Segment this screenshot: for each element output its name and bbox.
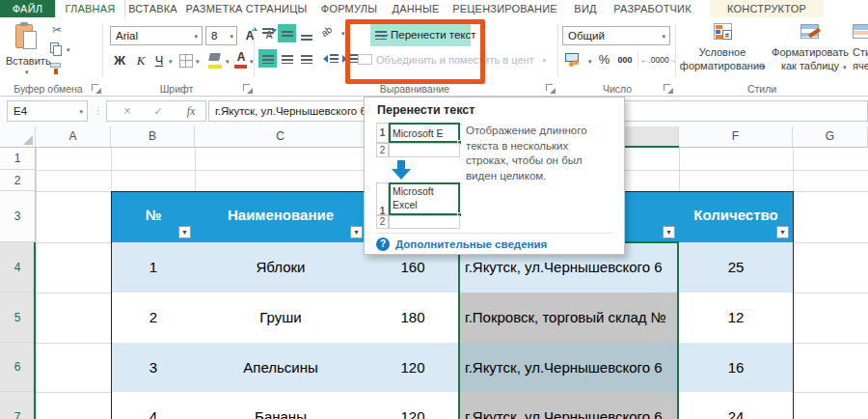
align-bottom-button[interactable] xyxy=(297,24,315,42)
font-color-caret[interactable]: ▾ xyxy=(250,58,254,66)
borders-caret[interactable]: ▾ xyxy=(196,58,200,66)
tab-конструктор[interactable]: КОНСТРУКТОР xyxy=(710,0,824,17)
column-header-B[interactable]: B xyxy=(111,126,195,148)
conditional-formatting-button[interactable]: ≠ Условное форматирование ▾ xyxy=(677,21,768,83)
font-dialog-launcher[interactable] xyxy=(243,84,253,94)
accounting-caret[interactable]: ▾ xyxy=(588,58,592,66)
table-cell[interactable]: Апельсины xyxy=(195,343,367,393)
number-dialog-launcher[interactable] xyxy=(664,84,673,94)
column-header-A[interactable]: A xyxy=(36,126,111,148)
select-all-corner[interactable] xyxy=(0,126,36,148)
row-header-5[interactable]: 5 xyxy=(0,293,36,343)
format-painter-button[interactable] xyxy=(48,61,66,77)
tab-главная[interactable]: ГЛАВНАЯ xyxy=(55,0,125,17)
format-as-table-button[interactable]: Форматировать как таблицу ▾ xyxy=(770,21,851,83)
font-color-button[interactable]: А xyxy=(233,50,249,71)
font-size-caret[interactable]: ▾ xyxy=(230,33,233,41)
comma-style-button[interactable]: 000 xyxy=(614,49,636,70)
orientation-button[interactable]: ab xyxy=(319,24,340,42)
column-header-C[interactable]: C xyxy=(195,126,366,148)
enter-button[interactable]: ✓ xyxy=(148,101,169,121)
table-cell[interactable]: г.Якутск, ул.Чернышевского 6 xyxy=(459,392,680,419)
row-header-7[interactable]: 7 xyxy=(0,392,36,419)
table-cell[interactable]: г.Покровск, торговый склад № xyxy=(459,293,680,344)
number-format-combo[interactable]: Общий ▾ xyxy=(562,26,670,45)
orientation-caret[interactable]: ▾ xyxy=(341,30,345,38)
align-center-button[interactable] xyxy=(278,49,296,68)
table-cell[interactable]: 16 xyxy=(679,343,794,393)
table-cell[interactable]: 24 xyxy=(679,392,794,419)
table-cell[interactable]: Бананы xyxy=(195,392,367,419)
align-middle-button[interactable] xyxy=(278,24,296,42)
learn-more-link[interactable]: Дополнительные сведения xyxy=(395,238,547,250)
cut-button[interactable]: ✂ xyxy=(48,22,66,39)
filter-button[interactable]: ▼ xyxy=(663,226,675,238)
bold-button[interactable]: Ж xyxy=(110,50,129,71)
grow-font-button[interactable]: А xyxy=(241,26,258,45)
merge-center-caret[interactable]: ▾ xyxy=(542,57,546,65)
table-header-cell[interactable]: Наименование xyxy=(195,191,367,243)
table-cell[interactable]: Яблоки xyxy=(195,242,367,293)
filter-button[interactable]: ▼ xyxy=(178,226,191,238)
decrease-indent-button[interactable] xyxy=(322,49,340,68)
increase-decimal-button[interactable]: ←.00 xyxy=(640,49,658,70)
table-cell[interactable]: 120 xyxy=(366,392,460,419)
name-box-caret[interactable]: ▾ xyxy=(79,108,83,116)
filter-button[interactable]: ▼ xyxy=(776,226,789,238)
tab-данные[interactable]: ДАННЫЕ xyxy=(386,0,446,17)
accounting-format-button[interactable] xyxy=(563,49,588,70)
font-name-combo[interactable]: Arial ▾ xyxy=(110,26,203,45)
table-cell[interactable]: 180 xyxy=(366,293,460,344)
italic-button[interactable]: К xyxy=(131,50,150,71)
cancel-button[interactable]: × xyxy=(117,101,138,121)
fill-color-caret[interactable]: ▾ xyxy=(226,58,230,66)
paste-button[interactable]: Вставить ▾ xyxy=(6,20,50,80)
number-format-caret[interactable]: ▾ xyxy=(662,33,665,41)
tab-формулы[interactable]: ФОРМУЛЫ xyxy=(312,0,386,17)
align-left-button[interactable] xyxy=(258,49,277,68)
row-header-3[interactable]: 3 xyxy=(0,191,36,242)
font-name-caret[interactable]: ▾ xyxy=(194,33,198,41)
tab-разметка страницы[interactable]: РАЗМЕТКА СТРАНИЦЫ xyxy=(180,0,312,17)
table-cell[interactable]: г.Якутск, ул.Чернышевского 6 xyxy=(459,343,680,393)
borders-button[interactable] xyxy=(179,54,193,68)
decrease-decimal-button[interactable]: .00→ xyxy=(658,49,675,70)
copy-button[interactable] xyxy=(48,42,66,58)
table-cell[interactable]: 12 xyxy=(679,293,794,344)
align-right-button[interactable] xyxy=(297,49,315,68)
row-header-2[interactable]: 2 xyxy=(0,170,36,191)
column-header-F[interactable]: F xyxy=(679,126,793,148)
column-header-G[interactable]: G xyxy=(793,126,868,148)
table-cell[interactable]: 1 xyxy=(111,242,196,293)
table-cell[interactable]: 3 xyxy=(111,343,196,393)
alignment-dialog-launcher[interactable] xyxy=(546,84,556,94)
clipboard-dialog-launcher[interactable] xyxy=(92,84,101,94)
underline-caret[interactable]: ▾ xyxy=(169,58,173,66)
format-as-table-caret[interactable]: ▾ xyxy=(843,64,847,71)
fill-color-button[interactable] xyxy=(208,52,224,71)
tab-файл[interactable]: ФАЙЛ xyxy=(0,0,55,17)
table-cell[interactable]: 4 xyxy=(111,392,196,419)
percent-style-button[interactable]: % xyxy=(596,49,612,70)
row-header-4[interactable]: 4 xyxy=(0,242,36,293)
table-cell[interactable]: 120 xyxy=(366,343,460,393)
tab-вид[interactable]: ВИД xyxy=(564,0,607,17)
row-header-6[interactable]: 6 xyxy=(0,343,36,392)
filter-button[interactable]: ▼ xyxy=(350,226,363,238)
table-cell[interactable]: 2 xyxy=(111,293,196,344)
table-cell[interactable]: Груши xyxy=(195,293,367,344)
insert-function-button[interactable]: fx xyxy=(180,101,202,121)
copy-dropdown-caret[interactable]: ▾ xyxy=(67,46,70,54)
underline-button[interactable]: Ч xyxy=(150,50,168,71)
conditional-formatting-caret[interactable]: ▾ xyxy=(762,64,766,71)
name-box[interactable]: E4 ▾ xyxy=(7,100,88,122)
tab-рецензирование[interactable]: РЕЦЕНЗИРОВАНИЕ xyxy=(446,0,564,17)
table-cell[interactable]: 25 xyxy=(679,242,794,293)
align-top-button[interactable] xyxy=(258,24,277,42)
tab-вставка[interactable]: ВСТАВКА xyxy=(125,0,180,17)
row-header-1[interactable]: 1 xyxy=(0,148,36,170)
font-size-combo[interactable]: 8 ▾ xyxy=(205,26,237,45)
cell-styles-button[interactable]: Сти ячее xyxy=(853,21,868,83)
tab-разработчик[interactable]: РАЗРАБОТЧИК xyxy=(607,0,698,17)
paste-dropdown-caret[interactable]: ▾ xyxy=(25,69,29,76)
